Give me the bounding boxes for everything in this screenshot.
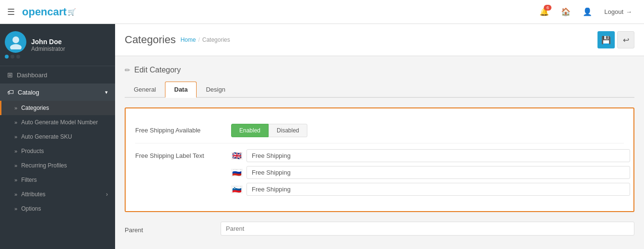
sidebar-item-attributes[interactable]: » Attributes ›	[0, 187, 115, 202]
lang-input-si[interactable]	[246, 183, 630, 196]
edit-title: Edit Category	[134, 66, 181, 74]
logout-label: Logout	[604, 8, 623, 15]
chevron-down-icon: ▾	[105, 89, 108, 95]
home-button[interactable]: 🏠	[556, 2, 575, 22]
flag-en-icon: 🇬🇧	[231, 152, 243, 160]
breadcrumb-home[interactable]: Home	[180, 36, 196, 43]
dashboard-icon: ⊞	[7, 71, 13, 79]
sidebar: John Doe Administrator ⊞ Dashboard 🏷 Cat…	[0, 24, 115, 249]
sidebar-profile: John Doe Administrator	[0, 24, 115, 66]
disabled-toggle[interactable]: Disabled	[269, 124, 307, 137]
enabled-toggle[interactable]: Enabled	[231, 124, 269, 137]
logout-icon: →	[626, 8, 632, 15]
menu-toggle-icon[interactable]: ☰	[7, 7, 15, 17]
free-shipping-group: Free Shipping Available Enabled Disabled	[135, 118, 624, 143]
sub-arrow-icon: »	[14, 191, 17, 197]
avatar-icon	[5, 31, 26, 53]
sidebar-sub-label: Recurring Profiles	[21, 162, 67, 169]
logo-text: opencart	[22, 6, 67, 18]
sidebar-item-auto-model[interactable]: » Auto Generate Model Number	[0, 115, 115, 130]
sidebar-sub-label: Attributes	[21, 191, 46, 198]
page-title: Categories	[125, 34, 176, 46]
sub-arrow-icon: »	[14, 105, 17, 111]
tab-general[interactable]: General	[125, 82, 165, 98]
tab-design[interactable]: Design	[197, 82, 234, 98]
svg-point-0	[12, 36, 19, 43]
notifications-button[interactable]: 🔔 6	[535, 2, 554, 22]
parent-input[interactable]	[221, 222, 634, 236]
sidebar-item-label: Catalog	[18, 89, 39, 96]
logo: opencart 🛒	[22, 6, 535, 18]
lang-input-ru[interactable]	[246, 166, 630, 179]
free-shipping-text-group: Free Shipping Label Text 🇬🇧 🇷🇺 🇸🇮	[135, 143, 624, 202]
sub-arrow-icon: »	[14, 119, 17, 125]
breadcrumb-separator: /	[198, 36, 199, 43]
sidebar-item-label: Dashboard	[17, 71, 47, 79]
sub-arrow-icon: »	[14, 206, 17, 212]
tab-general-label: General	[134, 86, 156, 93]
nav-right: 🔔 6 🏠 👤 Logout →	[535, 2, 637, 22]
main-layout: John Doe Administrator ⊞ Dashboard 🏷 Cat…	[0, 24, 644, 249]
form-panel: Free Shipping Available Enabled Disabled…	[125, 107, 634, 212]
free-shipping-text-control: 🇬🇧 🇷🇺 🇸🇮	[231, 149, 630, 196]
sidebar-item-products[interactable]: » Products	[0, 144, 115, 158]
help-button[interactable]: 👤	[578, 2, 597, 22]
tab-design-label: Design	[206, 86, 225, 93]
sub-arrow-icon: »	[14, 148, 17, 154]
profile-info: John Doe Administrator	[31, 38, 65, 52]
edit-header: ✏ Edit Category	[125, 66, 634, 74]
breadcrumb: Home / Categories	[180, 36, 230, 43]
parent-label: Parent	[125, 224, 221, 234]
sidebar-item-filters[interactable]: » Filters	[0, 173, 115, 187]
flag-si-icon: 🇸🇮	[231, 186, 243, 193]
lang-row-si: 🇸🇮	[231, 183, 630, 196]
profile-name: John Doe	[31, 38, 65, 46]
sidebar-sub-label: Options	[21, 205, 41, 212]
pencil-icon: ✏	[125, 66, 130, 74]
profile-role: Administrator	[31, 46, 65, 52]
catalog-icon: 🏷	[7, 88, 14, 96]
content-body: ✏ Edit Category General Data Design	[115, 56, 644, 245]
free-shipping-label: Free Shipping Available	[135, 124, 231, 134]
top-navbar: ☰ opencart 🛒 🔔 6 🏠 👤 Logout →	[0, 0, 644, 24]
toggle-group: Enabled Disabled	[231, 124, 624, 137]
svg-point-1	[10, 44, 22, 49]
flag-ru-icon: 🇷🇺	[231, 169, 243, 177]
notification-badge: 6	[544, 5, 551, 11]
profile-dots	[5, 55, 26, 59]
sidebar-sub-label: Filters	[21, 177, 37, 183]
sidebar-sub-label: Products	[21, 148, 44, 154]
lang-input-en[interactable]	[246, 149, 630, 162]
sidebar-item-catalog[interactable]: 🏷 Catalog ▾	[0, 83, 115, 101]
page-title-area: Categories Home / Categories	[125, 34, 230, 46]
tabs: General Data Design	[125, 82, 634, 98]
sidebar-item-dashboard[interactable]: ⊞ Dashboard	[0, 66, 115, 83]
tab-data-label: Data	[174, 86, 187, 93]
chevron-right-icon: ›	[106, 191, 108, 198]
sub-arrow-icon: »	[14, 177, 17, 183]
back-button[interactable]: ↩	[617, 31, 634, 48]
sub-arrow-icon: »	[14, 134, 17, 140]
logout-button[interactable]: Logout →	[599, 6, 637, 18]
sub-arrow-icon: »	[14, 163, 17, 168]
save-icon: 💾	[601, 36, 611, 45]
sidebar-item-recurring-profiles[interactable]: » Recurring Profiles	[0, 158, 115, 173]
back-icon: ↩	[623, 36, 629, 45]
sidebar-sub-label: Auto Generate SKU	[21, 133, 72, 140]
lang-row-en: 🇬🇧	[231, 149, 630, 162]
free-shipping-text-label: Free Shipping Label Text	[135, 149, 231, 159]
tab-data[interactable]: Data	[165, 82, 197, 98]
content-area: Categories Home / Categories 💾 ↩ ✏	[115, 24, 644, 249]
parent-group: Parent	[125, 222, 634, 236]
logo-cart-icon: 🛒	[68, 8, 76, 16]
sidebar-sub-label: Auto Generate Model Number	[21, 119, 98, 126]
save-button[interactable]: 💾	[597, 31, 615, 48]
sidebar-item-auto-sku[interactable]: » Auto Generate SKU	[0, 130, 115, 144]
free-shipping-control: Enabled Disabled	[231, 124, 624, 137]
lang-row-ru: 🇷🇺	[231, 166, 630, 179]
sidebar-item-categories[interactable]: » Categories	[0, 101, 115, 115]
breadcrumb-current: Categories	[202, 36, 230, 43]
sidebar-item-options[interactable]: » Options	[0, 202, 115, 216]
avatar	[5, 31, 26, 59]
sidebar-sub-label: Categories	[21, 105, 49, 111]
